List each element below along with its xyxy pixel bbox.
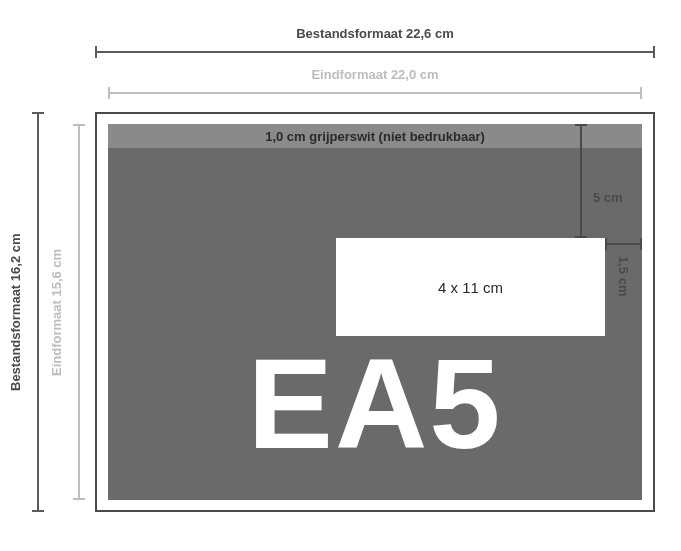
gripper-white-band: 1,0 cm grijperswit (niet bedrukbaar) bbox=[108, 124, 642, 148]
file-format-width-bracket bbox=[95, 46, 655, 58]
window-top-offset-bracket bbox=[575, 124, 587, 238]
window-size-text: 4 x 11 cm bbox=[438, 279, 503, 296]
address-window: 4 x 11 cm bbox=[336, 238, 605, 336]
file-format-width-label: Bestandsformaat 22,6 cm bbox=[95, 26, 655, 41]
file-format-height-label: Bestandsformaat 16,2 cm bbox=[8, 112, 22, 512]
final-format-width-label: Eindformaat 22,0 cm bbox=[108, 67, 642, 82]
format-name: EA5 bbox=[108, 340, 642, 468]
final-format-height-bracket bbox=[73, 124, 85, 500]
final-format-height-label: Eindformaat 15,6 cm bbox=[49, 124, 63, 500]
final-format-width-bracket bbox=[108, 87, 642, 99]
gripper-white-text: 1,0 cm grijperswit (niet bedrukbaar) bbox=[265, 129, 485, 144]
window-right-offset-label: 1,5 cm bbox=[616, 256, 630, 316]
file-format-height-bracket bbox=[32, 112, 44, 512]
window-right-offset-bracket bbox=[605, 238, 642, 250]
diagram-container: Bestandsformaat 22,6 cm Eindformaat 22,0… bbox=[0, 0, 681, 551]
window-top-offset-label: 5 cm bbox=[593, 190, 623, 205]
